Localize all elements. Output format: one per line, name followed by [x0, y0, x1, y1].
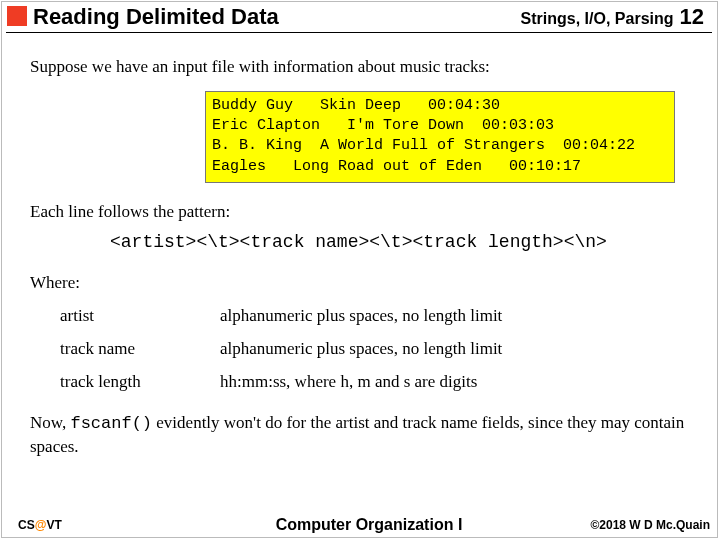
def-tracklength-term: track length	[60, 371, 220, 394]
code-line-4: Eagles Long Road out of Eden 00:10:17	[212, 158, 581, 175]
footer: CS@VT Computer Organization I ©2018 W D …	[0, 516, 720, 534]
def-artist: artist alphanumeric plus spaces, no leng…	[60, 305, 700, 328]
slide-number: 12	[680, 4, 704, 30]
footer-left: CS@VT	[18, 518, 198, 532]
slide-title: Reading Delimited Data	[33, 4, 521, 30]
outro-code: fscanf()	[70, 414, 152, 433]
footer-center: Computer Organization I	[198, 516, 540, 534]
sample-data-box: Buddy Guy Skin Deep 00:04:30 Eric Clapto…	[205, 91, 675, 183]
def-artist-term: artist	[60, 305, 220, 328]
def-trackname-term: track name	[60, 338, 220, 361]
def-tracklength: track length hh:mm:ss, where h, m and s …	[60, 371, 700, 394]
intro-text: Suppose we have an input file with infor…	[30, 56, 700, 79]
header: Reading Delimited Data Strings, I/O, Par…	[33, 4, 710, 30]
def-artist-desc: alphanumeric plus spaces, no length limi…	[220, 305, 502, 328]
def-trackname-desc: alphanumeric plus spaces, no length limi…	[220, 338, 502, 361]
footer-vt: VT	[46, 518, 61, 532]
content-area: Suppose we have an input file with infor…	[30, 52, 700, 459]
subtopic-label: Strings, I/O, Parsing	[521, 10, 674, 28]
outro-a: Now,	[30, 413, 70, 432]
def-trackname: track name alphanumeric plus spaces, no …	[60, 338, 700, 361]
accent-box	[7, 6, 27, 26]
header-rule	[6, 32, 712, 33]
code-line-3: B. B. King A World Full of Strangers 00:…	[212, 137, 635, 154]
where-label: Where:	[30, 272, 700, 295]
footer-cs: CS	[18, 518, 35, 532]
def-tracklength-desc: hh:mm:ss, where h, m and s are digits	[220, 371, 477, 394]
code-line-1: Buddy Guy Skin Deep 00:04:30	[212, 97, 500, 114]
pattern-line: <artist><\t><track name><\t><track lengt…	[110, 230, 700, 254]
code-line-2: Eric Clapton I'm Tore Down 00:03:03	[212, 117, 554, 134]
footer-right: ©2018 W D Mc.Quain	[540, 518, 710, 532]
footer-at: @	[35, 518, 47, 532]
pattern-intro: Each line follows the pattern:	[30, 201, 700, 224]
outro-text: Now, fscanf() evidently won't do for the…	[30, 412, 700, 459]
